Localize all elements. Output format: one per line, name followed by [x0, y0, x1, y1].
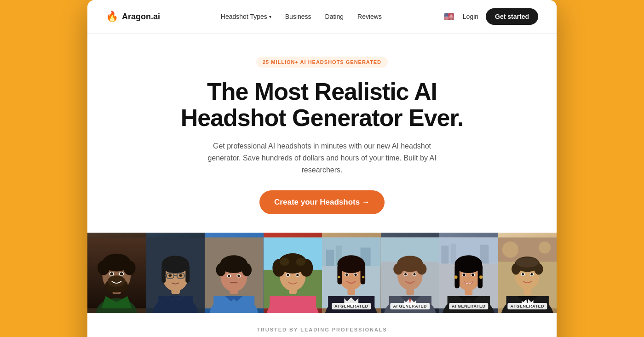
hero-section: 25 MILLION+ AI HEADSHOTS GENERATED The M…: [87, 34, 557, 233]
svg-rect-20: [161, 265, 166, 283]
nav-links: Headshot Types ▾ Business Dating Reviews: [221, 13, 382, 20]
svg-point-27: [168, 274, 172, 277]
photo-item: AI GENERATED: [381, 233, 440, 313]
language-flag[interactable]: 🇺🇸: [443, 10, 455, 23]
svg-rect-47: [270, 296, 316, 308]
svg-point-128: [522, 273, 524, 275]
svg-point-125: [516, 258, 538, 268]
nav-business[interactable]: Business: [285, 13, 311, 20]
svg-rect-71: [361, 264, 366, 285]
svg-point-9: [108, 275, 126, 287]
svg-point-19: [161, 256, 189, 274]
trusted-section: TRUSTED BY LEADING PROFESSIONALS TESLA C…: [87, 313, 557, 337]
svg-point-36: [216, 263, 226, 276]
nav-reviews[interactable]: Reviews: [357, 13, 382, 20]
svg-rect-21: [185, 265, 190, 283]
navbar: 🔥 Aragon.ai Headshot Types ▾ Business Da…: [87, 0, 557, 34]
ai-generated-badge: AI GENERATED: [391, 303, 430, 309]
svg-point-6: [98, 261, 109, 275]
svg-point-77: [362, 276, 364, 278]
svg-point-53: [280, 258, 289, 266]
svg-point-92: [413, 273, 415, 275]
svg-point-12: [110, 272, 113, 275]
hero-badge: 25 MILLION+ AI HEADSHOTS GENERATED: [256, 57, 388, 68]
svg-point-40: [228, 275, 230, 277]
svg-point-13: [120, 272, 123, 275]
svg-point-108: [463, 274, 466, 276]
svg-rect-61: [326, 250, 334, 266]
chevron-down-icon: ▾: [269, 14, 271, 19]
nav-actions: 🇺🇸 Login Get started: [443, 8, 538, 25]
photo-item: [264, 233, 322, 313]
flame-icon: 🔥: [106, 11, 118, 23]
svg-point-111: [479, 275, 483, 279]
ai-generated-badge: AI GENERATED: [332, 303, 371, 309]
svg-point-41: [237, 275, 240, 277]
get-started-button[interactable]: Get started: [486, 8, 538, 25]
svg-point-57: [287, 274, 289, 276]
photo-item: AI GENERATED: [498, 233, 557, 313]
svg-point-88: [417, 263, 426, 275]
photo-item: [146, 233, 205, 313]
svg-point-7: [123, 261, 135, 275]
hero-title: The Most Realistic AI Headshot Generator…: [106, 79, 538, 131]
svg-point-76: [338, 276, 340, 278]
svg-point-74: [345, 274, 348, 276]
svg-rect-96: [451, 244, 456, 264]
svg-rect-95: [441, 246, 448, 264]
svg-point-129: [530, 273, 533, 275]
photo-item: AI GENERATED: [439, 233, 498, 313]
hero-subtitle: Get professional AI headshots in minutes…: [202, 140, 442, 176]
svg-rect-16: [158, 296, 193, 308]
svg-point-28: [179, 274, 182, 277]
svg-point-115: [538, 242, 550, 254]
photo-item: [87, 233, 146, 313]
browser-window: 🔥 Aragon.ai Headshot Types ▾ Business Da…: [87, 0, 557, 337]
svg-point-87: [393, 263, 403, 275]
trusted-label: TRUSTED BY LEADING PROFESSIONALS: [106, 327, 538, 332]
photo-item: AI GENERATED: [322, 233, 381, 313]
logo-text: Aragon.ai: [122, 12, 160, 22]
svg-point-91: [404, 273, 407, 275]
ai-generated-badge: AI GENERATED: [508, 303, 547, 309]
svg-point-110: [454, 275, 458, 279]
svg-rect-70: [337, 264, 342, 285]
nav-headshot-types[interactable]: Headshot Types ▾: [221, 13, 271, 20]
svg-point-114: [502, 242, 518, 258]
svg-point-37: [242, 263, 252, 276]
photo-item: [205, 233, 264, 313]
photo-strip: AI GENERATED: [87, 233, 557, 313]
login-button[interactable]: Login: [463, 13, 478, 20]
nav-dating[interactable]: Dating: [325, 13, 344, 20]
cta-button[interactable]: Create your Headshots →: [259, 190, 385, 214]
svg-point-109: [472, 274, 474, 276]
svg-point-58: [296, 274, 299, 276]
logo[interactable]: 🔥 Aragon.ai: [106, 11, 160, 23]
svg-point-54: [296, 258, 305, 266]
svg-point-75: [354, 274, 356, 276]
ai-generated-badge: AI GENERATED: [449, 303, 488, 309]
